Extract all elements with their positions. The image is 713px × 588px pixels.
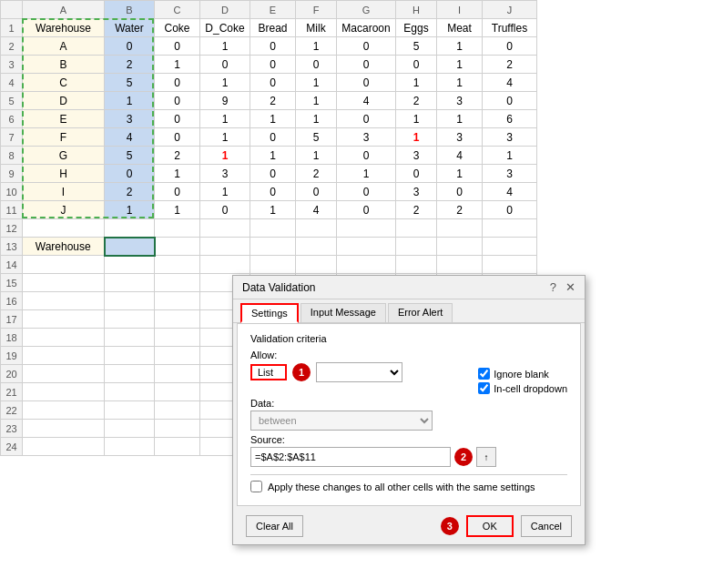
cell-j3[interactable]: 2 xyxy=(483,56,537,74)
cell-c6[interactable]: 0 xyxy=(155,110,200,128)
cell-f10[interactable]: 0 xyxy=(296,183,337,201)
cell-h5[interactable]: 2 xyxy=(396,92,437,110)
cell-h10[interactable]: 3 xyxy=(396,183,437,201)
cell-f13[interactable] xyxy=(296,238,337,256)
cell-f9[interactable]: 2 xyxy=(296,165,337,183)
cell-d10[interactable]: 1 xyxy=(200,183,250,201)
cell-e8[interactable]: 1 xyxy=(250,147,296,165)
in-cell-dropdown-checkbox[interactable] xyxy=(478,382,490,394)
cell-c1[interactable]: Coke xyxy=(155,19,200,37)
cell-b5[interactable]: 1 xyxy=(105,92,155,110)
cell-d1[interactable]: D_Coke xyxy=(200,19,250,37)
cell-d8[interactable]: 1 xyxy=(200,147,250,165)
cell-d4[interactable]: 1 xyxy=(200,74,250,92)
cell-i9[interactable]: 1 xyxy=(437,165,483,183)
col-header-b[interactable]: B xyxy=(105,1,155,19)
col-header-j[interactable]: J xyxy=(483,1,537,19)
cell-g13[interactable] xyxy=(337,238,396,256)
cell-e12[interactable] xyxy=(250,219,296,238)
cell-i13[interactable] xyxy=(437,238,483,256)
cell-b4[interactable]: 5 xyxy=(105,74,155,92)
cell-d7[interactable]: 1 xyxy=(200,128,250,147)
cell-e6[interactable]: 1 xyxy=(250,110,296,128)
cell-g3[interactable]: 0 xyxy=(337,56,396,74)
col-header-i[interactable]: I xyxy=(437,1,483,19)
cell-d13[interactable] xyxy=(200,238,250,256)
col-header-a[interactable]: A xyxy=(23,1,105,19)
cell-d2[interactable]: 1 xyxy=(200,37,250,56)
cell-f5[interactable]: 1 xyxy=(296,92,337,110)
col-header-e[interactable]: E xyxy=(250,1,296,19)
tab-error-alert[interactable]: Error Alert xyxy=(388,303,453,322)
clear-all-button[interactable]: Clear All xyxy=(246,515,303,537)
cell-c7[interactable]: 0 xyxy=(155,128,200,147)
cell-c2[interactable]: 0 xyxy=(155,37,200,56)
cell-i3[interactable]: 1 xyxy=(437,56,483,74)
cell-e13[interactable] xyxy=(250,238,296,256)
cell-i12[interactable] xyxy=(437,219,483,238)
cell-i5[interactable]: 3 xyxy=(437,92,483,110)
dialog-close-button[interactable]: ✕ xyxy=(565,280,575,294)
cell-h7[interactable]: 1 xyxy=(396,128,437,147)
cell-b2[interactable]: 0 xyxy=(105,37,155,56)
cell-g4[interactable]: 0 xyxy=(337,74,396,92)
cell-j6[interactable]: 6 xyxy=(483,110,537,128)
cell-c11[interactable]: 1 xyxy=(155,201,200,219)
cell-e5[interactable]: 2 xyxy=(250,92,296,110)
cell-c12[interactable] xyxy=(155,219,200,238)
cell-c10[interactable]: 0 xyxy=(155,183,200,201)
cell-g7[interactable]: 3 xyxy=(337,128,396,147)
cell-h9[interactable]: 0 xyxy=(396,165,437,183)
cell-d12[interactable] xyxy=(200,219,250,238)
cell-j2[interactable]: 0 xyxy=(483,37,537,56)
cell-c5[interactable]: 0 xyxy=(155,92,200,110)
cancel-button[interactable]: Cancel xyxy=(521,515,572,537)
cell-h2[interactable]: 5 xyxy=(396,37,437,56)
cell-h3[interactable]: 0 xyxy=(396,56,437,74)
cell-a2[interactable]: A xyxy=(23,37,105,56)
cell-h1[interactable]: Eggs xyxy=(396,19,437,37)
cell-a10[interactable]: I xyxy=(23,183,105,201)
ok-button[interactable]: OK xyxy=(466,515,514,537)
tab-input-message[interactable]: Input Message xyxy=(300,303,386,322)
cell-b6[interactable]: 3 xyxy=(105,110,155,128)
cell-a11[interactable]: J xyxy=(23,201,105,219)
cell-c8[interactable]: 2 xyxy=(155,147,200,165)
cell-j4[interactable]: 4 xyxy=(483,74,537,92)
allow-dropdown[interactable] xyxy=(316,362,402,382)
cell-d9[interactable]: 3 xyxy=(200,165,250,183)
cell-f6[interactable]: 1 xyxy=(296,110,337,128)
cell-e4[interactable]: 0 xyxy=(250,74,296,92)
cell-b7[interactable]: 4 xyxy=(105,128,155,147)
cell-a9[interactable]: H xyxy=(23,165,105,183)
cell-b13-selected[interactable] xyxy=(105,238,155,256)
cell-f2[interactable]: 1 xyxy=(296,37,337,56)
cell-i4[interactable]: 1 xyxy=(437,74,483,92)
cell-i1[interactable]: Meat xyxy=(437,19,483,37)
cell-b8[interactable]: 5 xyxy=(105,147,155,165)
cell-j10[interactable]: 4 xyxy=(483,183,537,201)
cell-h13[interactable] xyxy=(396,238,437,256)
cell-b3[interactable]: 2 xyxy=(105,56,155,74)
cell-a4[interactable]: C xyxy=(23,74,105,92)
col-header-h[interactable]: H xyxy=(396,1,437,19)
cell-e1[interactable]: Bread xyxy=(250,19,296,37)
cell-i6[interactable]: 1 xyxy=(437,110,483,128)
cell-a13[interactable]: Warehouse xyxy=(23,238,105,256)
cell-d6[interactable]: 1 xyxy=(200,110,250,128)
cell-g11[interactable]: 0 xyxy=(337,201,396,219)
cell-h6[interactable]: 1 xyxy=(396,110,437,128)
cell-h11[interactable]: 2 xyxy=(396,201,437,219)
cell-h12[interactable] xyxy=(396,219,437,238)
col-header-f[interactable]: F xyxy=(296,1,337,19)
col-header-c[interactable]: C xyxy=(155,1,200,19)
cell-g10[interactable]: 0 xyxy=(337,183,396,201)
cell-f1[interactable]: Milk xyxy=(296,19,337,37)
cell-i11[interactable]: 2 xyxy=(437,201,483,219)
cell-e7[interactable]: 0 xyxy=(250,128,296,147)
cell-j13[interactable] xyxy=(483,238,537,256)
cell-g2[interactable]: 0 xyxy=(337,37,396,56)
cell-e11[interactable]: 1 xyxy=(250,201,296,219)
cell-j11[interactable]: 0 xyxy=(483,201,537,219)
cell-a7[interactable]: F xyxy=(23,128,105,147)
